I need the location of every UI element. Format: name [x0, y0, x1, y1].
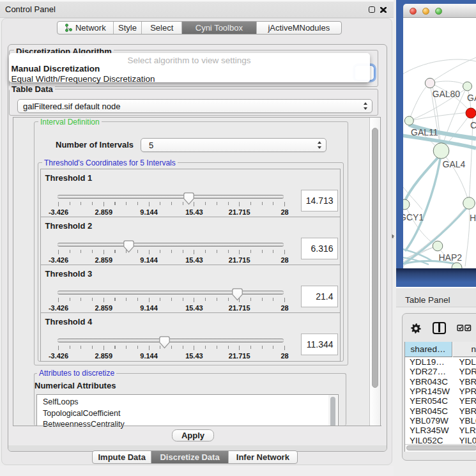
svg-text:GAL4: GAL4: [443, 159, 466, 169]
svg-text:GA: GA: [467, 93, 476, 103]
svg-text:HAP2: HAP2: [439, 252, 463, 263]
svg-text:GAL80: GAL80: [433, 89, 461, 99]
svg-text:H: H: [470, 213, 476, 223]
svg-text:GCY1: GCY1: [403, 212, 424, 222]
svg-text:GAL11: GAL11: [411, 127, 438, 137]
svg-text:C: C: [470, 120, 476, 130]
